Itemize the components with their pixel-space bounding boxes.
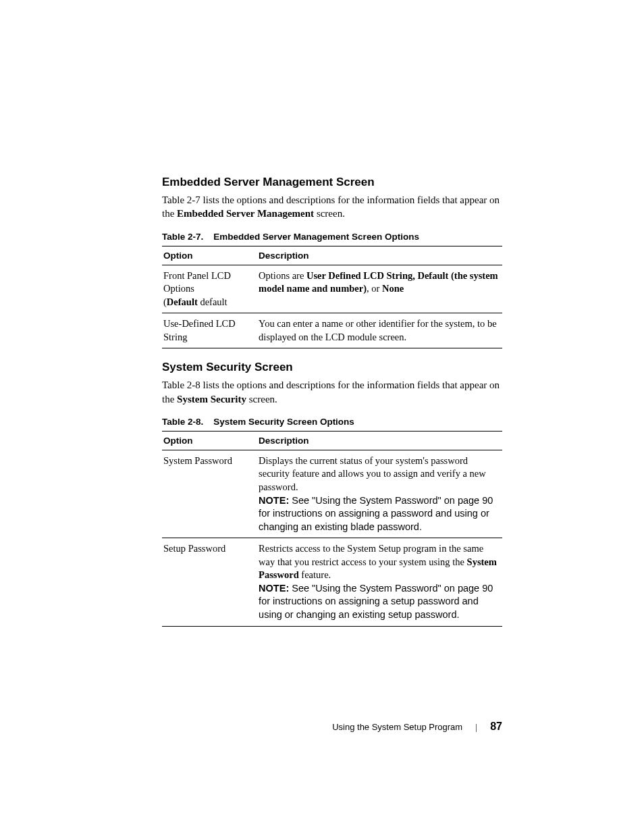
intro1-text-c: screen. [314,208,345,219]
intro1-text-b: Embedded Server Management [177,208,314,219]
desc-a: Restricts access to the System Setup pro… [259,543,483,567]
page: Embedded Server Management Screen Table … [0,0,644,834]
desc-text: Displays the current status of your syst… [259,455,486,492]
table-2-7: Option Description Front Panel LCD Optio… [162,246,502,349]
intro-para-2: Table 2-8 lists the options and descript… [162,378,502,406]
desc-d: None [382,283,404,294]
cell-description: You can enter a name or other identifier… [257,313,502,348]
opt-line2b: Default [167,296,198,307]
th-description: Description [257,246,502,265]
page-footer: Using the System Setup Program | 87 [0,721,644,733]
caption-label: Table 2-8. [162,417,203,427]
desc-c: , or [367,283,382,294]
footer-chapter: Using the System Setup Program [332,722,462,732]
opt-line1: Front Panel LCD Options [163,270,231,294]
cell-option: Setup Password [162,538,257,626]
cell-description: Displays the current status of your syst… [257,450,502,538]
th-option: Option [162,246,257,265]
th-option: Option [162,431,257,450]
cell-description: Options are User Defined LCD String, Def… [257,265,502,313]
table-header-row: Option Description [162,246,502,265]
table-row: Setup Password Restricts access to the S… [162,538,502,626]
caption-label: Table 2-7. [162,232,203,242]
table-2-8-caption: Table 2-8. System Security Screen Option… [162,417,502,427]
footer-page-number: 87 [490,721,502,732]
note-text: See "Using the System Password" on page … [259,583,493,620]
opt-line2c: default [198,296,227,307]
caption-title: System Security Screen Options [213,417,354,427]
table-row: Use-Defined LCD String You can enter a n… [162,313,502,348]
heading-system-security: System Security Screen [162,361,502,374]
intro2-text-c: screen. [246,394,277,405]
note-text: See "Using the System Password" on page … [259,495,493,532]
desc-c: feature. [299,569,331,580]
cell-option: Front Panel LCD Options (Default default [162,265,257,313]
note-label: NOTE: [259,583,292,594]
caption-title: Embedded Server Management Screen Option… [213,232,419,242]
intro2-text-b: System Security [177,394,246,405]
table-row: Front Panel LCD Options (Default default… [162,265,502,313]
table-2-8: Option Description System Password Displ… [162,431,502,627]
cell-option: Use-Defined LCD String [162,313,257,348]
cell-option: System Password [162,450,257,538]
table-row: System Password Displays the current sta… [162,450,502,538]
heading-embedded-server-mgmt: Embedded Server Management Screen [162,176,502,189]
desc-a: Options are [259,270,306,281]
footer-separator: | [475,722,477,732]
intro-para-1: Table 2-7 lists the options and descript… [162,193,502,221]
table-header-row: Option Description [162,431,502,450]
th-description: Description [257,431,502,450]
cell-description: Restricts access to the System Setup pro… [257,538,502,626]
note-label: NOTE: [259,495,292,506]
table-2-7-caption: Table 2-7. Embedded Server Management Sc… [162,232,502,242]
